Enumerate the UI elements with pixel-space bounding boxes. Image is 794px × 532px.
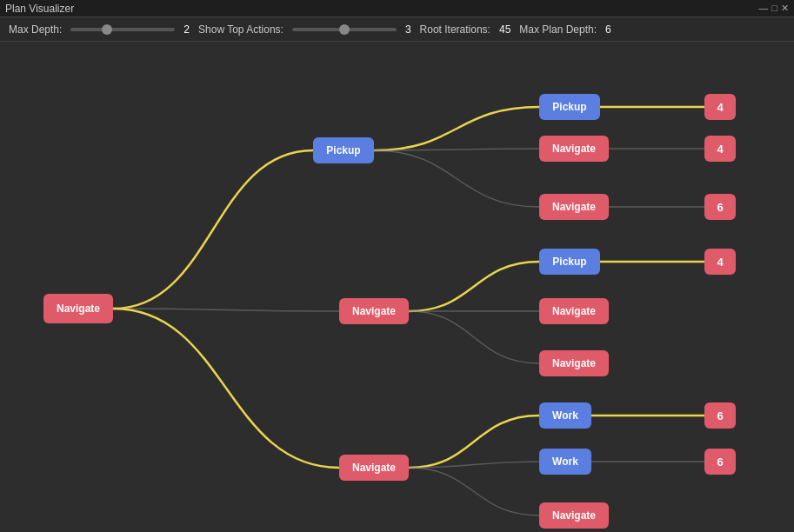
curve-c9	[409, 311, 539, 363]
curve-c4	[374, 107, 539, 150]
value-v10: 6	[704, 402, 736, 429]
node-n7[interactable]: Pickup	[539, 249, 600, 275]
max-depth-thumb[interactable]	[102, 24, 112, 35]
node-n12[interactable]: Navigate	[539, 502, 609, 529]
curve-c12	[409, 468, 539, 515]
max-depth-label: Max Depth:	[9, 23, 62, 36]
curve-c1	[113, 150, 313, 309]
node-n6[interactable]: Navigate	[539, 194, 609, 220]
curve-c7	[409, 262, 539, 311]
value-v11: 6	[704, 449, 736, 475]
minimize-button[interactable]: —	[758, 3, 768, 14]
value-v5: 4	[704, 136, 736, 162]
app-title: Plan Visualizer	[5, 3, 74, 15]
node-n11[interactable]: Work	[539, 449, 591, 475]
curve-c2	[113, 309, 339, 311]
show-top-actions-thumb[interactable]	[339, 24, 350, 35]
toolbar: Max Depth: 2 Show Top Actions: 3 Root It…	[0, 17, 794, 42]
maximize-button[interactable]: □	[771, 3, 777, 14]
node-n4[interactable]: Pickup	[539, 94, 600, 120]
title-bar-controls[interactable]: — □ ✕	[758, 3, 789, 14]
main-canvas: NavigatePickupNavigateNavigatePickupNavi…	[0, 42, 794, 532]
title-bar: Plan Visualizer — □ ✕	[0, 0, 794, 17]
show-top-actions-label: Show Top Actions:	[198, 23, 284, 36]
node-n10[interactable]: Work	[539, 402, 591, 429]
show-top-actions-value: 3	[405, 23, 411, 36]
curve-c10	[409, 416, 539, 468]
node-n2[interactable]: Navigate	[339, 298, 409, 324]
curve-c11	[409, 462, 539, 468]
root-iterations-label: Root Iterations:	[420, 23, 490, 36]
value-v4: 4	[704, 94, 736, 120]
max-plan-depth-label: Max Plan Depth:	[519, 23, 597, 36]
curve-c3	[113, 309, 339, 468]
node-n3[interactable]: Navigate	[339, 455, 409, 481]
node-root[interactable]: Navigate	[43, 294, 113, 323]
node-n8[interactable]: Navigate	[539, 298, 609, 324]
node-n9[interactable]: Navigate	[539, 350, 609, 376]
curve-c6	[374, 150, 539, 207]
value-v6: 6	[704, 194, 736, 220]
node-n5[interactable]: Navigate	[539, 136, 609, 162]
close-button[interactable]: ✕	[781, 3, 789, 14]
value-v7: 4	[704, 249, 736, 275]
max-depth-value: 2	[183, 23, 190, 36]
root-iterations-value: 45	[499, 23, 510, 36]
max-depth-slider[interactable]	[70, 28, 175, 31]
max-plan-depth-value: 6	[605, 23, 611, 36]
node-n1[interactable]: Pickup	[313, 137, 374, 163]
show-top-actions-slider[interactable]	[292, 28, 397, 31]
